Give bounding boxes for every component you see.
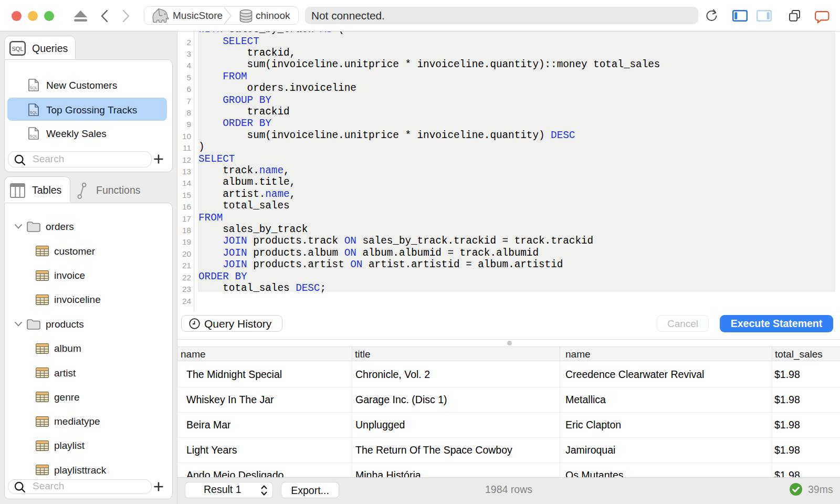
svg-text:SQL: SQL xyxy=(12,46,23,52)
svg-text:SQL: SQL xyxy=(29,86,37,90)
svg-text:SQL: SQL xyxy=(29,134,37,139)
svg-text:SQL: SQL xyxy=(29,110,37,115)
